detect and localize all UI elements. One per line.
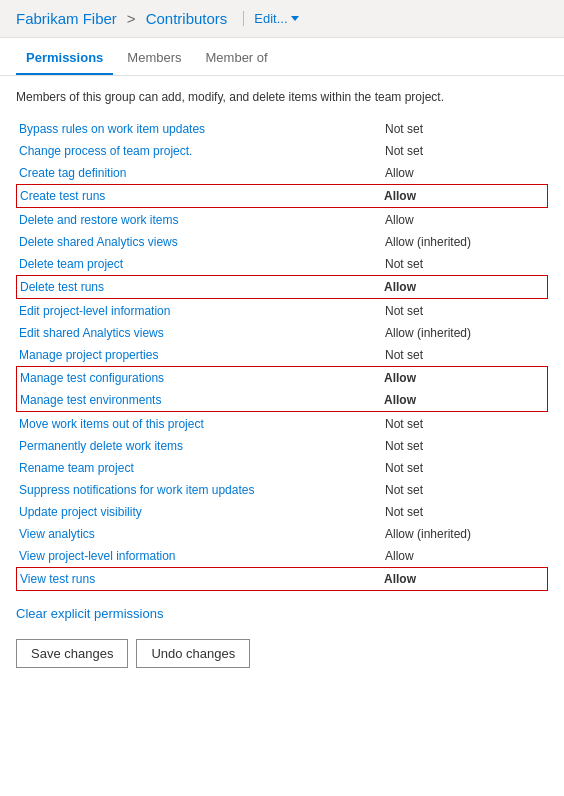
table-row: Manage test environmentsAllow	[17, 389, 547, 411]
permission-name[interactable]: Delete shared Analytics views	[19, 235, 385, 249]
edit-label: Edit...	[254, 11, 287, 26]
table-row: Delete team projectNot set	[16, 253, 548, 275]
permission-name[interactable]: Permanently delete work items	[19, 439, 385, 453]
tab-bar: PermissionsMembersMember of	[0, 42, 564, 76]
table-row: Change process of team project.Not set	[16, 140, 548, 162]
breadcrumb-part1[interactable]: Fabrikam Fiber	[16, 10, 117, 27]
permission-name[interactable]: Manage test configurations	[20, 371, 384, 385]
table-row: Manage project propertiesNot set	[16, 344, 548, 366]
permission-name[interactable]: Create test runs	[20, 189, 384, 203]
chevron-down-icon	[291, 16, 299, 21]
permission-name[interactable]: Edit shared Analytics views	[19, 326, 385, 340]
permission-name[interactable]: Create tag definition	[19, 166, 385, 180]
permission-name[interactable]: Delete team project	[19, 257, 385, 271]
table-row: Create tag definitionAllow	[16, 162, 548, 184]
permission-value: Allow (inherited)	[385, 527, 545, 541]
permission-value: Not set	[385, 439, 545, 453]
table-row: Update project visibilityNot set	[16, 501, 548, 523]
table-row: Edit shared Analytics viewsAllow (inheri…	[16, 322, 548, 344]
table-row: Bypass rules on work item updatesNot set	[16, 118, 548, 140]
permission-name[interactable]: Manage project properties	[19, 348, 385, 362]
permission-name[interactable]: Manage test environments	[20, 393, 384, 407]
permission-value: Allow	[384, 393, 544, 407]
highlighted-permission-group: Manage test configurationsAllowManage te…	[16, 366, 548, 412]
permission-value: Allow (inherited)	[385, 235, 545, 249]
permission-value: Allow (inherited)	[385, 326, 545, 340]
permission-name[interactable]: Update project visibility	[19, 505, 385, 519]
permission-name[interactable]: Delete test runs	[20, 280, 384, 294]
undo-changes-button[interactable]: Undo changes	[136, 639, 250, 668]
highlighted-permission-group: Create test runsAllow	[16, 184, 548, 208]
table-row: View analyticsAllow (inherited)	[16, 523, 548, 545]
permission-name[interactable]: View test runs	[20, 572, 384, 586]
table-row: Rename team projectNot set	[16, 457, 548, 479]
permission-name[interactable]: Edit project-level information	[19, 304, 385, 318]
permission-name[interactable]: Rename team project	[19, 461, 385, 475]
permission-name[interactable]: Move work items out of this project	[19, 417, 385, 431]
main-content: Members of this group can add, modify, a…	[0, 76, 564, 680]
edit-dropdown-button[interactable]: Edit...	[243, 11, 298, 26]
permission-value: Allow	[385, 166, 545, 180]
tab-members[interactable]: Members	[117, 42, 191, 75]
permission-value: Not set	[385, 304, 545, 318]
group-description: Members of this group can add, modify, a…	[16, 88, 548, 106]
permission-value: Not set	[385, 483, 545, 497]
permission-value: Allow	[384, 280, 544, 294]
permission-value: Not set	[385, 417, 545, 431]
permission-value: Allow	[384, 371, 544, 385]
breadcrumb-separator: >	[127, 10, 136, 27]
permission-value: Not set	[385, 144, 545, 158]
header: Fabrikam Fiber > Contributors Edit...	[0, 0, 564, 38]
table-row: View project-level informationAllow	[16, 545, 548, 567]
table-row: Edit project-level informationNot set	[16, 300, 548, 322]
table-row: Manage test configurationsAllow	[17, 367, 547, 389]
permission-name[interactable]: Suppress notifications for work item upd…	[19, 483, 385, 497]
permissions-list: Bypass rules on work item updatesNot set…	[16, 118, 548, 591]
highlighted-permission-group: Delete test runsAllow	[16, 275, 548, 299]
permission-value: Allow	[384, 572, 544, 586]
save-changes-button[interactable]: Save changes	[16, 639, 128, 668]
permission-value: Allow	[385, 213, 545, 227]
permission-name[interactable]: View project-level information	[19, 549, 385, 563]
tab-permissions[interactable]: Permissions	[16, 42, 113, 75]
table-row: Delete test runsAllow	[17, 276, 547, 298]
tab-member-of[interactable]: Member of	[196, 42, 278, 75]
clear-explicit-permissions-link[interactable]: Clear explicit permissions	[16, 606, 163, 621]
table-row: Delete and restore work itemsAllow	[16, 209, 548, 231]
breadcrumb-part2[interactable]: Contributors	[146, 10, 228, 27]
table-row: Suppress notifications for work item upd…	[16, 479, 548, 501]
table-row: Delete shared Analytics viewsAllow (inhe…	[16, 231, 548, 253]
permission-value: Not set	[385, 257, 545, 271]
highlighted-permission-group: View test runsAllow	[16, 567, 548, 591]
permission-name[interactable]: Delete and restore work items	[19, 213, 385, 227]
permission-name[interactable]: View analytics	[19, 527, 385, 541]
permission-value: Not set	[385, 505, 545, 519]
permission-value: Not set	[385, 461, 545, 475]
permission-value: Allow	[385, 549, 545, 563]
permission-name[interactable]: Change process of team project.	[19, 144, 385, 158]
table-row: Create test runsAllow	[17, 185, 547, 207]
permission-value: Not set	[385, 348, 545, 362]
table-row: Permanently delete work itemsNot set	[16, 435, 548, 457]
table-row: Move work items out of this projectNot s…	[16, 413, 548, 435]
permission-name[interactable]: Bypass rules on work item updates	[19, 122, 385, 136]
permission-value: Not set	[385, 122, 545, 136]
table-row: View test runsAllow	[17, 568, 547, 590]
permission-value: Allow	[384, 189, 544, 203]
action-buttons: Save changes Undo changes	[16, 639, 548, 668]
